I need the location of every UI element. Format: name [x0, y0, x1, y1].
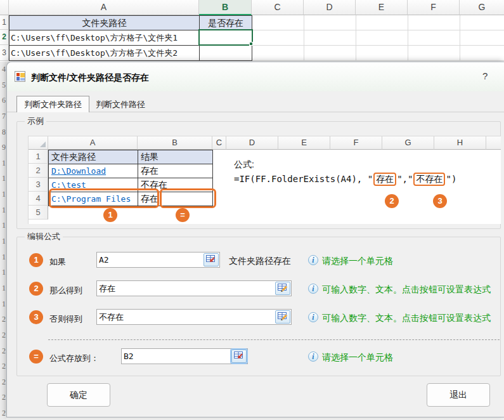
row-number: 1	[0, 155, 6, 171]
formula-prefix: =IF(FF.FolderExists(A4), "	[234, 174, 373, 184]
mini-column-header-e: E	[278, 136, 330, 150]
row-number: 1	[0, 202, 6, 218]
row-number: 1	[0, 218, 6, 233]
gridline	[252, 45, 504, 46]
fill-handle[interactable]	[249, 42, 253, 46]
column-header-f[interactable]: F	[408, 0, 460, 15]
column-header-c[interactable]: C	[252, 0, 304, 15]
column-header-d[interactable]: D	[304, 0, 356, 15]
mini-column-header-g: G	[382, 136, 434, 150]
gridline	[408, 15, 408, 61]
mini-column-header-h: H	[434, 136, 486, 150]
selected-cell-b2[interactable]	[198, 29, 253, 46]
separator-dashed	[48, 339, 500, 340]
editor-badge-2: 2	[29, 282, 43, 296]
then-value-input-wrap	[96, 280, 292, 296]
editor-group-label: 编辑公式	[25, 232, 63, 241]
row-number: 2	[0, 374, 6, 390]
mini-corner	[29, 136, 48, 150]
row-number: 2	[0, 312, 6, 327]
dialog-title: 判断文件/文件夹路径是否存在	[31, 72, 149, 84]
cell-a2[interactable]: C:\Users\ff\Desktop\方方格子\文件夹1	[9, 30, 200, 46]
row-number: 2	[0, 390, 6, 405]
range-select-icon	[234, 351, 244, 360]
formula-mid: ","	[397, 174, 413, 184]
row-number: 8	[0, 124, 6, 140]
editor-badge-1: 1	[29, 253, 43, 267]
row-header-1[interactable]: 1	[0, 15, 9, 30]
dialog-folder-exists: 判断文件/文件夹路径是否存在 ? 判断文件夹路径 判断文件路径 示例 A B C…	[6, 62, 504, 417]
cell-picker-button[interactable]	[204, 253, 219, 266]
expression-edit-icon	[278, 284, 288, 292]
row-number: 1	[0, 249, 6, 265]
editor-label-else: 否则得到	[49, 313, 82, 325]
mini-row-header-3: 3	[29, 178, 48, 192]
mini-row-header-5: 5	[29, 206, 48, 220]
then-value-input[interactable]	[99, 282, 273, 295]
row-header-3[interactable]: 3	[0, 45, 9, 61]
cell-picker-button[interactable]	[231, 350, 247, 363]
mini-row-header-1: 1	[29, 150, 48, 164]
tab-file-path[interactable]: 判断文件路径	[90, 96, 151, 113]
if-cell-input-wrap	[96, 252, 220, 268]
row-number: 1	[0, 187, 6, 202]
row-number: 2	[0, 343, 6, 359]
highlight-rect-a4	[49, 188, 159, 208]
cell-b3[interactable]	[199, 45, 252, 61]
expression-editor-button[interactable]	[275, 282, 290, 295]
cell-a1[interactable]: 文件夹路径	[9, 15, 200, 30]
badge-1: 1	[103, 208, 117, 222]
else-value-input[interactable]	[99, 310, 273, 324]
mini-cell-b2: 存在	[138, 164, 213, 178]
mini-cell-a2: D:\Download	[48, 164, 138, 178]
else-value-input-wrap	[96, 309, 292, 325]
badge-2: 2	[385, 194, 399, 208]
cell-b1[interactable]: 是否存在	[199, 15, 252, 30]
mini-cell-a1: 文件夹路径	[48, 150, 138, 164]
formula-text: =IF(FF.FolderExists(A4), "存在","不存在")	[234, 173, 456, 186]
row-number: 6	[0, 93, 6, 108]
tab-folder-path[interactable]: 判断文件夹路径	[16, 96, 89, 112]
editor-badge-3: 3	[29, 310, 43, 324]
hint-then-value: 可输入数字、文本。点击按钮可设置表达式	[322, 284, 491, 296]
row-header-2[interactable]: 2	[0, 30, 9, 45]
hint-else-value: 可输入数字、文本。点击按钮可设置表达式	[322, 313, 491, 324]
corner-triangle-icon	[40, 141, 46, 147]
badge-3: 3	[433, 194, 447, 208]
mini-column-header-a: A	[48, 136, 138, 150]
ok-button[interactable]: 确定	[47, 383, 110, 407]
row-number: 1	[0, 296, 6, 312]
app-logo-icon	[15, 71, 25, 82]
output-cell-input-wrap	[121, 348, 248, 364]
mini-column-header-d: D	[226, 136, 278, 150]
column-header-g[interactable]: G	[460, 0, 504, 15]
row-number: 5	[0, 77, 6, 93]
gridline	[356, 15, 356, 61]
hint-select-cell-1: 请选择一个单元格	[322, 256, 393, 267]
row-number: 1	[0, 171, 6, 187]
sheet-corner[interactable]	[0, 0, 9, 15]
output-cell-input[interactable]	[124, 350, 229, 363]
editor-label-if: 如果	[49, 256, 66, 268]
mini-row-header-2: 2	[29, 164, 48, 178]
editor-label-then: 那么得到	[49, 285, 82, 296]
gridline	[252, 30, 504, 30]
excel-row-strip: 45678911111111112222222	[0, 62, 6, 420]
if-cell-input[interactable]	[99, 253, 202, 266]
mini-column-header-f: F	[330, 136, 382, 150]
column-header-e[interactable]: E	[356, 0, 408, 15]
help-button[interactable]: ?	[482, 70, 488, 81]
column-header-a[interactable]: A	[9, 0, 199, 15]
mini-row-header-4: 4	[29, 192, 48, 206]
formula-then-box: 存在	[373, 173, 396, 186]
cell-a3[interactable]: C:\Users\ff\Desktop\方方格子\文件夹2	[9, 45, 200, 61]
mini-column-header-c: C	[212, 136, 226, 150]
mini-cell-b1: 结果	[138, 150, 213, 164]
exit-button[interactable]: 退出	[427, 383, 490, 407]
expression-editor-button[interactable]	[275, 310, 290, 324]
formula-else-box: 不存在	[413, 173, 445, 186]
editor-label-output: 公式存放到：	[49, 353, 99, 364]
column-header-b[interactable]: B	[199, 0, 252, 15]
info-icon: i	[308, 255, 318, 265]
range-select-icon	[206, 255, 216, 263]
